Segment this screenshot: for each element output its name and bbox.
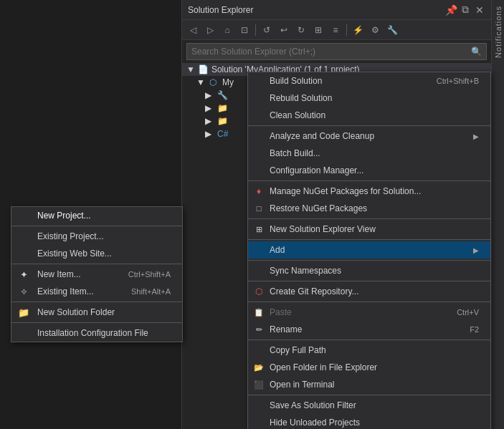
add-menu-new-project[interactable]: New Project... (11, 207, 182, 224)
menu-item-label: Paste (270, 307, 292, 317)
add-menu-existing-project[interactable]: Existing Project... (11, 228, 182, 245)
home-button[interactable]: ⌂ (219, 22, 235, 38)
toolbar-separator-2 (346, 24, 347, 36)
solution-explorer-title: Solution Explorer (188, 5, 253, 15)
terminal-icon: ⬛ (252, 378, 265, 391)
add-menu-new-item[interactable]: ✦ New Item... Ctrl+Shift+A (11, 266, 182, 283)
menu-item-label: Existing Project... (37, 231, 104, 241)
menu-manage-nuget[interactable]: ♦ Manage NuGet Packages for Solution... (248, 183, 490, 200)
settings-button[interactable]: ⚙ (367, 22, 383, 38)
cs-file-icon: C# (217, 129, 228, 139)
tree-arrow-icon-2: ▶ (205, 103, 211, 113)
menu-item-label: Open Folder in File Explorer (270, 362, 377, 372)
tree-arrow-icon-3: ▶ (205, 116, 211, 126)
existing-item-icon: ✧ (17, 285, 30, 298)
paste-icon: 📋 (252, 306, 265, 319)
existing-item-shortcut: Shift+Alt+A (131, 287, 171, 296)
solution-icon: 📄 (198, 64, 209, 74)
add-sep-3 (11, 302, 182, 302)
menu-item-label: New Solution Folder (37, 307, 115, 317)
menu-item-label: Add (270, 245, 285, 255)
new-item-shortcut: Ctrl+Shift+A (128, 270, 171, 279)
notifications-label: Notifications (494, 6, 503, 58)
menu-sep-4 (248, 239, 490, 240)
filter-button[interactable]: ⚡ (350, 22, 366, 38)
menu-item-label: Clean Solution (270, 110, 325, 120)
add-menu-existing-website[interactable]: Existing Web Site... (11, 245, 182, 262)
menu-config-manager[interactable]: Configuration Manager... (248, 162, 490, 179)
menu-item-label: Rebuild Solution (270, 93, 332, 103)
add-sep-4 (11, 322, 182, 323)
pin-icon[interactable]: 📌 (445, 4, 457, 16)
menu-build-solution[interactable]: Build Solution Ctrl+Shift+B (248, 72, 490, 90)
undo-button[interactable]: ↩ (276, 22, 292, 38)
expand-button[interactable]: ⊞ (310, 22, 326, 38)
menu-item-label: Copy Full Path (270, 345, 326, 355)
menu-item-label: New Item... (37, 269, 81, 279)
forward-button[interactable]: ▷ (202, 22, 218, 38)
notifications-bar: Notifications (491, 0, 504, 429)
menu-item-label: New Solution Explorer View (270, 224, 376, 234)
rename-shortcut: F2 (470, 325, 479, 334)
menu-batch-build[interactable]: Batch Build... (248, 145, 490, 162)
folder-icon-1: 🔧 (217, 90, 228, 100)
context-menu-main: Build Solution Ctrl+Shift+B Rebuild Solu… (247, 72, 491, 429)
menu-new-se-view[interactable]: ⊞ New Solution Explorer View (248, 221, 490, 238)
sync-button[interactable]: ⊡ (237, 22, 252, 38)
menu-item-label: Manage NuGet Packages for Solution... (270, 186, 421, 196)
refresh-button[interactable]: ↺ (259, 22, 275, 38)
project-label: My (222, 77, 234, 87)
nuget-icon: ♦ (252, 185, 265, 198)
menu-clean-solution[interactable]: Clean Solution (248, 107, 490, 124)
submenu-arrow-icon: ▶ (473, 132, 479, 140)
search-input[interactable] (191, 47, 468, 57)
menu-analyze[interactable]: Analyze and Code Cleanup ▶ (248, 127, 490, 145)
redo-button[interactable]: ↻ (293, 22, 309, 38)
paste-shortcut: Ctrl+V (457, 308, 479, 317)
menu-copy-full-path[interactable]: Copy Full Path (248, 342, 490, 359)
tree-arrow-icon-4: ▶ (205, 129, 211, 139)
collapse-button[interactable]: ≡ (328, 22, 343, 38)
folder-icon-3: 📁 (217, 116, 228, 126)
solution-expand-icon: ▼ (186, 64, 195, 74)
menu-sync-namespaces[interactable]: Sync Namespaces (248, 262, 490, 279)
back-button[interactable]: ◁ (185, 22, 201, 38)
menu-item-label: Rename (270, 324, 302, 334)
rename-icon: ✏ (252, 323, 265, 336)
close-icon[interactable]: ✕ (474, 4, 485, 16)
menu-sep-5 (248, 260, 490, 261)
menu-sep-6 (248, 281, 490, 281)
git-icon: ⬡ (252, 285, 265, 298)
menu-save-solution-filter[interactable]: Save As Solution Filter (248, 397, 490, 414)
menu-restore-nuget[interactable]: □ Restore NuGet Packages (248, 200, 490, 217)
add-menu-installation-config[interactable]: Installation Configuration File (11, 324, 182, 342)
menu-open-terminal[interactable]: ⬛ Open in Terminal (248, 376, 490, 393)
menu-paste[interactable]: 📋 Paste Ctrl+V (248, 304, 490, 321)
cs-project-icon: ⬡ (209, 77, 217, 87)
search-box[interactable]: 🔍 (186, 43, 487, 60)
tools-button[interactable]: 🔧 (384, 22, 400, 38)
menu-sep-7 (248, 302, 490, 302)
menu-rename[interactable]: ✏ Rename F2 (248, 321, 490, 338)
menu-item-label: Batch Build... (270, 148, 320, 158)
menu-create-git[interactable]: ⬡ Create Git Repository... (248, 283, 490, 300)
menu-item-label: Configuration Manager... (270, 165, 363, 175)
nuget2-icon: □ (252, 202, 265, 215)
maximize-icon[interactable]: ⧉ (460, 4, 471, 16)
menu-open-folder[interactable]: 📂 Open Folder in File Explorer (248, 359, 490, 376)
solution-explorer-titlebar: Solution Explorer 📌 ⧉ ✕ (182, 0, 491, 20)
se-view-icon: ⊞ (252, 223, 265, 236)
menu-item-label: Save As Solution Filter (270, 400, 356, 410)
menu-item-shortcut: Ctrl+Shift+B (437, 77, 479, 85)
folder-open-icon: 📂 (252, 361, 265, 374)
add-menu-existing-item[interactable]: ✧ Existing Item... Shift+Alt+A (11, 283, 182, 300)
menu-add[interactable]: Add ▶ (248, 241, 490, 259)
add-menu-new-solution-folder[interactable]: 📁 New Solution Folder (11, 304, 182, 321)
add-submenu-arrow-icon: ▶ (473, 246, 479, 254)
toolbar-separator (255, 24, 256, 36)
menu-hide-unloaded[interactable]: Hide Unloaded Projects (248, 414, 490, 429)
add-sep-2 (11, 264, 182, 264)
menu-item-label: Existing Item... (37, 286, 94, 297)
menu-item-label: Open in Terminal (270, 380, 335, 390)
menu-rebuild-solution[interactable]: Rebuild Solution (248, 90, 490, 107)
